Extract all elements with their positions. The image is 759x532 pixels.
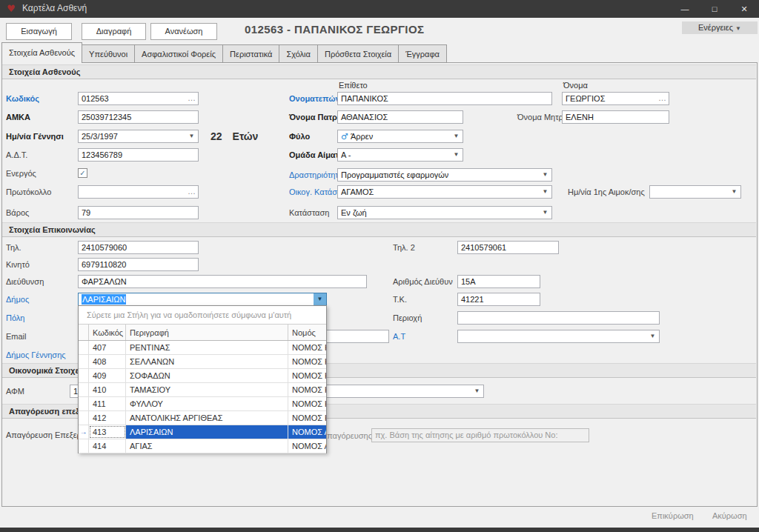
birthdate-label: Ημ/νία Γέννησι bbox=[6, 130, 64, 143]
gender-label: Φύλο bbox=[289, 130, 310, 143]
municipality-label[interactable]: Δήμος bbox=[6, 293, 29, 306]
mother-name-value: ΕΛΕΝΗ bbox=[566, 113, 594, 122]
cell-code: 409 bbox=[89, 369, 126, 382]
cell-description: ΦΥΛΛΟΥ bbox=[126, 397, 288, 410]
cell-prefecture: ΝΟΜΟΣ ΛΑ bbox=[288, 425, 326, 439]
titlebar: ♥ Καρτέλα Ασθενή — □ ✕ bbox=[0, 0, 759, 18]
tab-documents[interactable]: Έγγραφα bbox=[399, 44, 447, 63]
adt-field[interactable]: 123456789 bbox=[78, 148, 199, 162]
police-dept-label[interactable]: Α.Τ bbox=[393, 330, 405, 343]
activity-value: Προγραμματιστές εφαρμογών bbox=[341, 170, 538, 181]
grid-row[interactable]: 411 ΦΥΛΛΟΥ ΝΟΜΟΣ ΚΑ bbox=[79, 397, 326, 411]
cell-prefecture: ΝΟΜΟΣ ΚΑ bbox=[288, 369, 326, 382]
city-label[interactable]: Πόλη bbox=[6, 311, 24, 325]
row-indicator bbox=[79, 355, 89, 368]
status-label: Κατάσταση bbox=[289, 206, 329, 219]
gender-combo[interactable]: ♂Άρρεν ▼ bbox=[337, 130, 463, 143]
tab-patient-details[interactable]: Στοιχεία Ασθενούς bbox=[1, 42, 82, 63]
chevron-down-icon[interactable]: ▼ bbox=[314, 293, 326, 305]
grid-row-selected[interactable]: → 413 ΛΑΡΙΣΑΙΩΝ ΝΟΜΟΣ ΛΑ bbox=[79, 425, 326, 439]
mobile-field[interactable]: 6979110820 bbox=[78, 258, 199, 271]
refresh-button[interactable]: Ανανέωση bbox=[150, 23, 217, 40]
code-label[interactable]: Κωδικός bbox=[6, 92, 39, 105]
name-field[interactable]: ΓΕΩΡΓΙΟΣ … bbox=[562, 92, 669, 105]
address-number-field[interactable]: 15A bbox=[457, 275, 540, 288]
row-indicator bbox=[79, 341, 89, 354]
row-indicator bbox=[79, 383, 89, 396]
group-by-hint: Σύρετε μια Στήλη για να ομαδοποιήσετε σύ… bbox=[79, 306, 326, 324]
father-name-field[interactable]: ΑΘΑΝΑΣΙΟΣ bbox=[337, 110, 463, 124]
grid-row[interactable]: 407 ΡΕΝΤΙΝΑΣ ΝΟΜΟΣ ΚΑ bbox=[79, 341, 326, 355]
code-browse-button[interactable]: … bbox=[188, 93, 196, 103]
close-button[interactable]: ✕ bbox=[729, 0, 759, 18]
postal-code-value: 41221 bbox=[461, 295, 484, 304]
birth-municipality-label[interactable]: Δήμος Γέννησης bbox=[6, 348, 66, 362]
phone-field[interactable]: 2410579060 bbox=[78, 241, 199, 254]
amka-field[interactable]: 25039712345 bbox=[78, 110, 199, 124]
age-suffix: Ετών bbox=[233, 130, 259, 142]
grid-row[interactable]: 410 ΤΑΜΑΣΙΟΥ ΝΟΜΟΣ ΚΑ bbox=[79, 383, 326, 397]
cell-description: ΛΑΡΙΣΑΙΩΝ bbox=[126, 425, 288, 439]
column-header-description[interactable]: Περιγραφή bbox=[126, 325, 288, 340]
phone-label: Τηλ. bbox=[6, 241, 21, 254]
surname-field[interactable]: ΠΑΠΑΝΙΚΟΣ bbox=[337, 92, 552, 105]
row-indicator bbox=[79, 369, 89, 382]
chevron-down-icon: ▼ bbox=[451, 131, 462, 142]
minimize-button[interactable]: — bbox=[670, 0, 700, 18]
column-header-code[interactable]: Κωδικός bbox=[89, 325, 126, 340]
weight-field[interactable]: 79 bbox=[78, 206, 199, 219]
cancel-button[interactable]: Ακύρωση bbox=[712, 511, 747, 520]
grid-row[interactable]: 409 ΣΟΦΑΔΩΝ ΝΟΜΟΣ ΚΑ bbox=[79, 369, 326, 383]
tab-extra-details[interactable]: Πρόσθετα Στοιχεία bbox=[318, 44, 399, 63]
address-field[interactable]: ΦΑΡΣΑΛΩΝ bbox=[78, 275, 367, 288]
chevron-down-icon: ▼ bbox=[540, 207, 551, 218]
tab-comments[interactable]: Σχόλια bbox=[279, 44, 318, 63]
weight-value: 79 bbox=[82, 208, 90, 217]
delete-button[interactable]: Διαγραφή bbox=[82, 23, 146, 40]
postal-code-field[interactable]: 41221 bbox=[457, 293, 540, 306]
activity-label[interactable]: Δραστηριότητα bbox=[289, 168, 343, 182]
protocol-browse-button[interactable]: … bbox=[188, 186, 196, 196]
area-label: Περιοχή bbox=[393, 311, 422, 325]
birthdate-combo[interactable]: 25/3/1997 ▼ bbox=[78, 130, 199, 143]
tab-insurance[interactable]: Ασφαλιστικοί Φορείς bbox=[135, 44, 223, 63]
name-browse-button[interactable]: … bbox=[658, 93, 666, 103]
row-indicator bbox=[79, 411, 89, 425]
area-field[interactable] bbox=[457, 311, 660, 325]
grid-row[interactable]: 412 ΑΝΑΤΟΛΙΚΗΣ ΑΡΓΙΘΕΑΣ ΝΟΜΟΣ ΚΑ bbox=[79, 411, 326, 425]
marital-status-combo[interactable]: ΑΓΑΜΟΣ ▼ bbox=[337, 185, 552, 199]
amka-label: ΑΜΚΑ bbox=[6, 110, 30, 124]
confirm-button[interactable]: Επικύρωση bbox=[652, 511, 694, 520]
first-dialysis-combo[interactable]: ▼ bbox=[649, 185, 741, 199]
municipality-combo[interactable]: ΛΑΡΙΣΑΙΩΝ ▼ bbox=[78, 293, 327, 306]
grid-header-row: Κωδικός Περιγραφή Νομός bbox=[79, 324, 326, 341]
restriction-reason-field[interactable]: πχ. Βάση της αίτησης με αριθμό πρωτοκόλλ… bbox=[371, 428, 589, 442]
chevron-down-icon: ▼ bbox=[451, 150, 462, 160]
caret-down-icon: ▼ bbox=[735, 25, 741, 32]
tab-guardians[interactable]: Υπεύθυνοι bbox=[82, 44, 135, 63]
heart-icon: ♥ bbox=[7, 3, 16, 15]
surname-header: Επίθετο bbox=[339, 79, 368, 92]
mother-name-field[interactable]: ΕΛΕΝΗ bbox=[562, 110, 669, 124]
active-checkbox[interactable]: ✓ bbox=[78, 168, 87, 178]
grid-row[interactable]: 408 ΣΕΛΛΑΝΩΝ ΝΟΜΟΣ ΚΑ bbox=[79, 355, 326, 369]
column-header-prefecture[interactable]: Νομός bbox=[288, 325, 326, 340]
cell-prefecture: ΝΟΜΟΣ ΚΑ bbox=[288, 341, 326, 354]
section-contact-details: Στοιχεία Επικοινωνίας bbox=[2, 222, 756, 237]
maximize-button[interactable]: □ bbox=[700, 0, 729, 18]
surname-value: ΠΑΠΑΝΙΚΟΣ bbox=[341, 94, 388, 103]
grid-row[interactable]: 414 ΑΓΙΑΣ ΝΟΜΟΣ ΛΑ bbox=[79, 439, 326, 453]
status-combo[interactable]: Εν ζωή ▼ bbox=[337, 206, 552, 219]
code-field[interactable]: 012563 … bbox=[78, 92, 199, 105]
phone2-field[interactable]: 2410579061 bbox=[457, 241, 559, 254]
blood-group-combo[interactable]: A - ▼ bbox=[337, 148, 463, 162]
row-indicator bbox=[79, 397, 89, 410]
afm-label: ΑΦΜ bbox=[6, 385, 24, 398]
cell-prefecture: ΝΟΜΟΣ ΚΑ bbox=[288, 355, 326, 368]
activity-combo[interactable]: Προγραμματιστές εφαρμογών ▼ bbox=[337, 168, 552, 182]
insert-button[interactable]: Εισαγωγή bbox=[6, 23, 72, 40]
tab-incidents[interactable]: Περιστατικά bbox=[223, 44, 279, 63]
police-dept-combo[interactable]: ▼ bbox=[457, 330, 660, 343]
protocol-field[interactable]: … bbox=[78, 185, 199, 199]
actions-menu-button[interactable]: Ενέργειες ▼ bbox=[682, 21, 758, 34]
